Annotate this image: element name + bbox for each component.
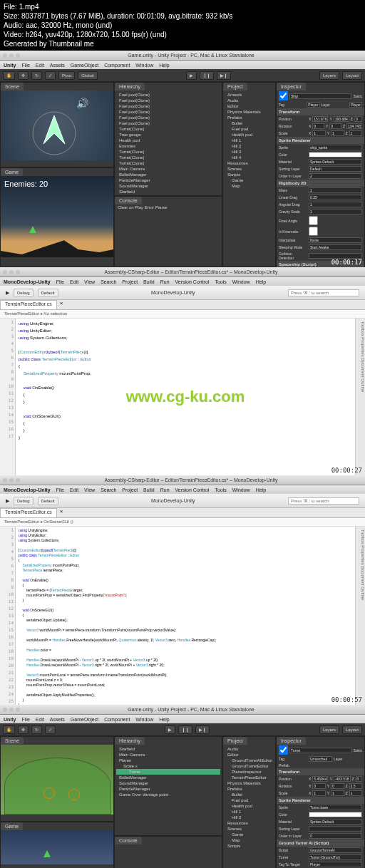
hierarchy-item[interactable]: Turret(Clone)	[116, 160, 220, 166]
ldrag-field[interactable]: 0.25	[309, 195, 362, 200]
global-btn[interactable]: Global	[78, 71, 97, 80]
project-item[interactable]: Bullet	[225, 792, 274, 797]
hierarchy-item[interactable]: Starfield	[116, 746, 220, 752]
app-name[interactable]: MonoDevelop-Unity	[4, 279, 51, 284]
menu-help[interactable]: Help	[159, 717, 169, 722]
scale-x[interactable]: 1	[312, 790, 325, 796]
run-icon[interactable]: ▶	[6, 290, 9, 296]
project-item[interactable]: GroundTurretEditor	[225, 763, 274, 769]
scale-x[interactable]: 1	[312, 130, 325, 136]
project-item[interactable]: Hill 3	[225, 149, 274, 155]
console-tab[interactable]: Console	[115, 837, 142, 844]
code-editor[interactable]: using UnityEngine; using UnityEditor; us…	[16, 527, 355, 705]
menu-assets[interactable]: Assets	[50, 63, 65, 68]
mass-field[interactable]: 1	[309, 187, 362, 193]
scale-z[interactable]: 1	[349, 130, 362, 136]
project-item[interactable]: Audio	[225, 98, 274, 103]
search-input[interactable]	[288, 289, 359, 296]
color-field[interactable]	[309, 812, 362, 817]
color-field[interactable]	[309, 152, 362, 157]
tag-field[interactable]: Untouched	[309, 756, 332, 762]
project-item[interactable]: Resources	[225, 820, 274, 826]
rot-y[interactable]: 0	[331, 783, 344, 789]
kinematic-cb[interactable]	[309, 227, 318, 236]
menu-component[interactable]: Component	[104, 717, 130, 722]
tag-field[interactable]: Player	[307, 102, 319, 108]
scale-z[interactable]: 1	[349, 790, 362, 796]
project-item[interactable]: Scripts	[225, 172, 274, 177]
game-tab[interactable]: Game	[1, 822, 23, 830]
menu-help[interactable]: Help	[256, 487, 266, 492]
rot-z[interactable]: 134.743	[346, 123, 362, 129]
scale-tool[interactable]: ⤢	[45, 725, 56, 734]
menu-vc[interactable]: Version Control	[175, 487, 210, 492]
project-item[interactable]: Health pod	[225, 132, 274, 138]
menu-run[interactable]: Run	[160, 279, 170, 284]
hierarchy-item[interactable]: Planet	[116, 758, 220, 763]
close-tab-icon[interactable]: ×	[60, 508, 63, 517]
side-tabs[interactable]: Toolbox Properties Document Outline	[355, 527, 365, 705]
hierarchy-item[interactable]: Tree gauge	[116, 132, 220, 138]
hierarchy-tab[interactable]: Hierarchy	[115, 737, 145, 745]
left-tab[interactable]: MonoDevelop-Unity	[151, 290, 195, 295]
scene-view[interactable]	[1, 745, 113, 815]
rot-z[interactable]: 2.5	[349, 783, 362, 789]
hierarchy-item[interactable]: Fuel pod(Clone)	[116, 98, 220, 103]
project-item[interactable]: Map	[225, 837, 274, 843]
gravity-field[interactable]: 1	[309, 209, 362, 215]
project-item[interactable]: Physics Materials	[225, 109, 274, 115]
app-name[interactable]: Unity	[4, 717, 16, 722]
pos-x[interactable]: 151.676	[312, 116, 328, 122]
rot-x[interactable]: 0	[312, 783, 325, 789]
menu-file[interactable]: File	[22, 63, 30, 68]
rot-y[interactable]: 0	[329, 123, 341, 129]
hierarchy-item[interactable]: ParticleManager	[116, 786, 220, 792]
layers-dropdown[interactable]: Layers	[319, 71, 339, 80]
inspector-tab[interactable]: Inspector	[277, 83, 306, 91]
rotate-tool[interactable]: ↻	[31, 71, 42, 80]
object-name[interactable]: Turret	[289, 748, 351, 753]
console-tab[interactable]: Console	[115, 197, 142, 205]
menu-component[interactable]: Component	[104, 63, 130, 68]
menu-project[interactable]: Project	[122, 487, 138, 492]
adrag-field[interactable]: 1	[309, 202, 362, 207]
hierarchy-tab[interactable]: Hierarchy	[115, 83, 145, 91]
order-field[interactable]: 2	[309, 173, 362, 179]
hierarchy-item[interactable]: Scale x	[116, 763, 220, 769]
hierarchy-item[interactable]: SoundManager	[116, 183, 220, 189]
rigidbody-header[interactable]: Rigidbody 2D	[277, 180, 364, 187]
turret-field[interactable]: Turret (GroundTur)	[309, 854, 362, 860]
menu-edit[interactable]: Edit	[36, 717, 44, 722]
interp-field[interactable]: None	[309, 237, 362, 243]
play-btn[interactable]: ▶	[165, 725, 175, 734]
pos-y[interactable]: 193.684	[334, 116, 349, 122]
scene-view[interactable]: 🔊	[1, 91, 113, 160]
layout-dropdown[interactable]: Layout	[342, 71, 362, 80]
hierarchy-item[interactable]: Main Camera	[116, 752, 220, 758]
minimize-dot[interactable]	[9, 478, 14, 482]
project-item[interactable]: Editor	[225, 103, 274, 109]
close-dot[interactable]	[3, 478, 7, 482]
sleep-field[interactable]: Start Awake	[309, 244, 362, 250]
menu-edit[interactable]: Edit	[70, 279, 78, 284]
console-options[interactable]: Clear on Play Error Pause	[115, 205, 222, 210]
app-name[interactable]: MonoDevelop-Unity	[4, 487, 51, 492]
compass-gizmo[interactable]	[26, 105, 83, 162]
game-view[interactable]: Enemies: 20	[1, 176, 113, 258]
file-tab[interactable]: TerrainPieceEditor.cs	[0, 508, 57, 517]
step-btn[interactable]: ▶❙	[195, 725, 210, 734]
sorting-field[interactable]	[309, 826, 362, 832]
close-dot[interactable]	[3, 53, 7, 58]
side-tabs[interactable]: Toolbox Properties Document Outline	[355, 319, 365, 475]
hierarchy-item[interactable]: Fuel pod(Clone)	[116, 92, 220, 98]
hierarchy-item[interactable]: Fuel pod(Clone)	[116, 115, 220, 120]
menu-window[interactable]: Window	[135, 717, 153, 722]
project-item[interactable]: Prefabs	[225, 786, 274, 792]
hand-tool[interactable]: ✋	[3, 725, 15, 734]
tag-target-field[interactable]: Player	[309, 862, 362, 867]
minimize-dot[interactable]	[9, 53, 14, 58]
game-tab[interactable]: Game	[1, 168, 23, 176]
hierarchy-item[interactable]: Fuel pod(Clone)	[116, 109, 220, 115]
menu-edit[interactable]: Edit	[36, 63, 44, 68]
hierarchy-item[interactable]: SoundManager	[116, 780, 220, 786]
